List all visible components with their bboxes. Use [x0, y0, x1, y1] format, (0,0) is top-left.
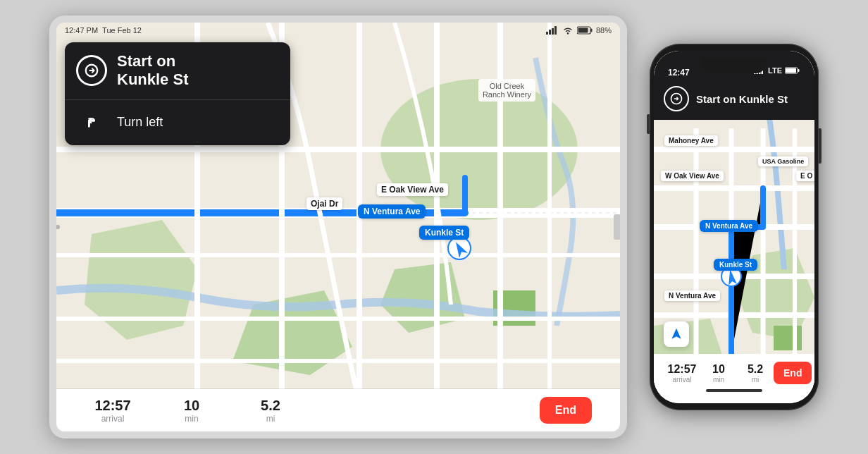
winery-name-line1: Old Creek [483, 82, 531, 90]
iphone-notch [702, 58, 766, 73]
iphone-time-value: 10 [712, 363, 725, 376]
distance-value: 5.2 [261, 398, 280, 414]
iphone-time-label: min [713, 376, 724, 384]
iphone-label-kunkle-blue: Kunkle St [714, 259, 757, 271]
ipad-status-bar: 12:47 PM Tue Feb 12 [56, 23, 620, 38]
iphone-location-btn[interactable] [664, 321, 689, 347]
iphone-bottom-bar: 12:57 arrival 10 min 5.2 mi End [654, 354, 814, 403]
map-label-ojai: Ojai Dr [306, 197, 342, 210]
scene: 12:47 PM Tue Feb 12 [0, 0, 868, 454]
svg-rect-3 [554, 26, 557, 35]
iphone-arrival-stat: 12:57 arrival [664, 363, 700, 384]
iphone-label-n-ventura-blue: N Ventura Ave [700, 220, 758, 232]
iphone-lte: LTE [768, 66, 782, 75]
ipad-battery-pct: 88% [596, 26, 612, 35]
iphone-time-stat: 10 min [700, 363, 737, 384]
ipad-status-left: 12:47 PM Tue Feb 12 [65, 26, 142, 35]
svg-rect-30 [774, 326, 802, 350]
iphone-time: 12:47 [668, 66, 690, 78]
nav-primary-text: Start on Kunkle St [117, 52, 188, 90]
iphone-label-mahoney: Mahoney Ave [664, 135, 718, 146]
arrival-stat: 12:57 arrival [85, 398, 141, 424]
iphone-nav-start-icon [664, 86, 689, 111]
iphone-label-e-o: E O [796, 171, 814, 181]
iphone-label-oak-view: W Oak View Ave [661, 171, 724, 181]
svg-rect-2 [552, 28, 554, 35]
map-label-oak-view: E Oak View Ave [377, 183, 448, 196]
iphone-label-n-ventura-bottom: N Ventura Ave [664, 290, 720, 301]
iphone-battery-icon [785, 67, 800, 74]
ipad-home-button[interactable] [614, 214, 621, 240]
ipad-screen: 12:47 PM Tue Feb 12 [56, 23, 620, 431]
svg-rect-47 [798, 69, 800, 72]
battery-icon [577, 26, 593, 35]
ipad-nav-card: Start on Kunkle St [65, 42, 290, 145]
svg-rect-6 [590, 29, 592, 32]
svg-rect-0 [546, 32, 548, 35]
ipad-time: 12:47 PM [65, 26, 98, 35]
iphone-device: Mahoney Ave W Oak View Ave N Ventura Ave… [650, 44, 819, 410]
winery-label: Old Creek Ranch Winery [478, 79, 535, 102]
nav-secondary-text: Turn left [117, 115, 163, 130]
iphone-distance-stat: 5.2 mi [737, 363, 774, 384]
location-arrow-icon [669, 327, 683, 341]
iphone-screen: Mahoney Ave W Oak View Ave N Ventura Ave… [654, 51, 814, 403]
iphone-label-usa-gas: USA Gasoline [758, 157, 808, 166]
nav-card-secondary: Turn left [65, 99, 290, 145]
iphone-power-btn[interactable] [819, 128, 822, 164]
ipad-bottom-bar: 12:57 arrival 10 min 5.2 mi End [56, 389, 620, 431]
distance-label: mi [266, 414, 275, 424]
ipad-camera [56, 225, 60, 229]
ipad-status-right: 88% [546, 26, 612, 35]
iphone-arrival-value: 12:57 [668, 363, 697, 376]
svg-rect-48 [786, 68, 796, 73]
arrival-value: 12:57 [94, 398, 130, 414]
map-label-kunkle: Kunkle St [419, 226, 469, 240]
nav-card-primary: Start on Kunkle St [65, 42, 290, 99]
iphone-arrival-label: arrival [672, 376, 691, 384]
ipad-date: Tue Feb 12 [102, 26, 142, 35]
iphone-end-button[interactable]: End [774, 362, 812, 384]
nav-start-icon [76, 55, 107, 86]
iphone-home-indicator [706, 389, 762, 392]
distance-stat: 5.2 mi [242, 398, 299, 424]
turn-left-icon [76, 107, 107, 138]
svg-point-4 [567, 32, 569, 34]
wifi-icon [562, 26, 574, 35]
ipad-device: 12:47 PM Tue Feb 12 [49, 16, 627, 438]
iphone-side-btn-1 [647, 114, 650, 134]
svg-rect-1 [549, 30, 551, 35]
iphone-distance-label: mi [752, 376, 760, 384]
arrival-label: arrival [101, 414, 125, 424]
time-value: 10 [184, 398, 199, 414]
winery-name-line2: Ranch Winery [483, 90, 531, 99]
signal-icon [546, 26, 559, 35]
iphone-nav-text: Start on Kunkle St [696, 93, 788, 105]
ipad-end-button[interactable]: End [540, 397, 592, 424]
time-label: min [185, 414, 198, 424]
iphone-distance-value: 5.2 [748, 363, 763, 376]
map-label-n-ventura: N Ventura Ave [358, 204, 426, 219]
svg-rect-7 [578, 28, 588, 33]
time-stat: 10 min [163, 398, 220, 424]
